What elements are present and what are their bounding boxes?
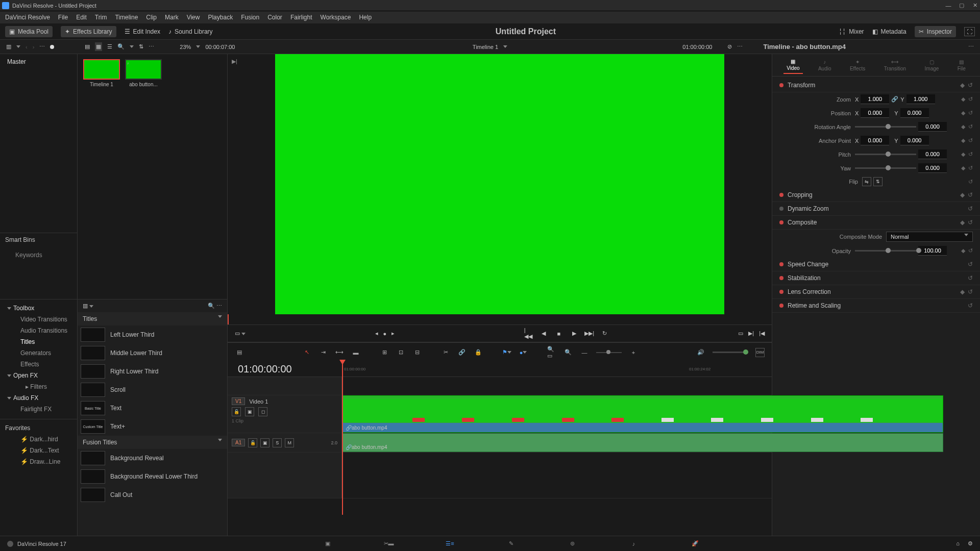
- page-edit[interactable]: ☰≡: [445, 539, 455, 549]
- reset-icon[interactable]: ↺: [968, 205, 973, 212]
- pos-x-input[interactable]: [861, 108, 889, 118]
- menu-mark[interactable]: Mark: [165, 14, 179, 21]
- opacity-slider[interactable]: [855, 250, 916, 252]
- fx-video-transitions[interactable]: Video Transitions: [0, 314, 77, 325]
- reset-icon[interactable]: ↺: [968, 302, 973, 309]
- track-badge-v1[interactable]: V1: [232, 397, 245, 405]
- keyframe-icon[interactable]: ◆: [960, 288, 965, 295]
- loop-button[interactable]: ↻: [601, 330, 609, 338]
- arrow-tool[interactable]: ↖: [302, 348, 311, 357]
- fx-category-titles[interactable]: Titles: [78, 312, 227, 325]
- fx-filters[interactable]: ▸ Filters: [0, 381, 77, 392]
- anchor-x-input[interactable]: [861, 136, 889, 145]
- menu-view[interactable]: View: [187, 14, 200, 21]
- fx-category-fusion-titles[interactable]: Fusion Titles: [78, 436, 227, 449]
- pool-dropdown-icon[interactable]: [16, 45, 20, 48]
- insert-tool[interactable]: ⊞: [380, 348, 389, 357]
- track-lock-icon[interactable]: 🔓: [232, 407, 241, 416]
- dyn-trim-tool[interactable]: ⟷: [335, 348, 344, 357]
- fx-fairlightfx[interactable]: Fairlight FX: [0, 404, 77, 415]
- fx-fav-item[interactable]: ⚡ Dark...Text: [0, 445, 77, 456]
- viewer-opts-icon[interactable]: ⋯: [737, 43, 743, 50]
- inspector-section-retime[interactable]: Retime and Scaling↺: [772, 299, 980, 313]
- fx-effects[interactable]: Effects: [0, 359, 77, 370]
- first-frame-button[interactable]: |◀◀: [524, 330, 532, 338]
- fusion-bg-reveal[interactable]: Background Reveal: [78, 449, 227, 467]
- zoom-x-input[interactable]: [861, 94, 889, 104]
- title-scroll[interactable]: Scroll: [78, 381, 227, 399]
- title-text[interactable]: Basic TitleText: [78, 399, 227, 417]
- yaw-slider[interactable]: [855, 167, 916, 169]
- pitch-slider[interactable]: [855, 154, 916, 155]
- flag-icon[interactable]: ⚑: [502, 348, 511, 357]
- fx-layout-icon[interactable]: ▥: [83, 303, 93, 309]
- fx-fav-item[interactable]: ⚡ Dark...hird: [0, 434, 77, 445]
- keyframe-icon[interactable]: ◆: [960, 219, 965, 226]
- view-list-icon[interactable]: ☰: [107, 43, 112, 50]
- nav-fwd-icon[interactable]: ›: [33, 44, 35, 50]
- fx-fav-item[interactable]: ⚡ Draw...Line: [0, 456, 77, 467]
- viewer-zoom[interactable]: 23%: [180, 44, 191, 50]
- keyframe-icon[interactable]: ◆: [961, 123, 965, 130]
- keyframe-icon[interactable]: ◆: [961, 165, 965, 171]
- menu-trim[interactable]: Trim: [95, 14, 107, 21]
- view-grid-icon[interactable]: ▦: [95, 42, 102, 51]
- marker-icon[interactable]: ●: [519, 348, 528, 357]
- replace-tool[interactable]: ⊟: [412, 348, 422, 357]
- inspector-tab-image[interactable]: ▢Image: [922, 57, 942, 73]
- track-lock-icon[interactable]: 🔓: [248, 438, 257, 447]
- nav-back-icon[interactable]: ‹: [26, 44, 28, 50]
- inspector-tab-video[interactable]: ▦Video: [783, 57, 802, 74]
- timeline-dropdown-icon[interactable]: [503, 45, 507, 48]
- reset-icon[interactable]: ↺: [968, 137, 973, 144]
- pitch-input[interactable]: [918, 149, 947, 159]
- menu-playback[interactable]: Playback: [208, 14, 233, 21]
- title-right-lower-third[interactable]: Right Lower Third: [78, 362, 227, 381]
- flip-v-button[interactable]: ⇅: [873, 177, 883, 186]
- reset-icon[interactable]: ↺: [968, 96, 973, 103]
- rotation-slider[interactable]: [855, 126, 916, 128]
- close-button[interactable]: ✕: [972, 3, 978, 9]
- toggle-inspector[interactable]: ✂Inspector: [915, 26, 956, 37]
- inspector-section-lens[interactable]: Lens Correction◆↺: [772, 285, 980, 299]
- rotation-input[interactable]: [918, 122, 947, 132]
- menu-timeline[interactable]: Timeline: [115, 14, 138, 21]
- dim-button[interactable]: DIM: [755, 348, 765, 357]
- keyframe-icon[interactable]: ◆: [961, 151, 965, 158]
- minimize-button[interactable]: —: [945, 3, 951, 9]
- fx-audio-transitions[interactable]: Audio Transitions: [0, 325, 77, 336]
- single-viewer-icon[interactable]: ▭: [738, 330, 743, 337]
- inspector-section-speed[interactable]: Speed Change↺: [772, 258, 980, 271]
- more-icon[interactable]: ⋯: [149, 43, 154, 50]
- anchor-y-input[interactable]: [900, 136, 929, 145]
- timeline-view-icon[interactable]: ▤: [235, 348, 244, 357]
- menu-file[interactable]: File: [58, 14, 68, 21]
- track-thumb-icon[interactable]: ▣: [260, 438, 270, 447]
- opacity-input[interactable]: [918, 246, 947, 256]
- record-icon[interactable]: [50, 45, 54, 49]
- keyframe-icon[interactable]: ◆: [961, 110, 965, 116]
- menu-help[interactable]: Help: [359, 14, 372, 21]
- track-mute-button[interactable]: M: [285, 438, 294, 447]
- snap-icon[interactable]: 🔍▭: [547, 348, 556, 357]
- track-badge-a1[interactable]: A1: [232, 439, 245, 446]
- reset-icon[interactable]: ↺: [968, 261, 973, 268]
- stop-button[interactable]: ■: [555, 330, 563, 338]
- fx-audiofx[interactable]: Audio FX: [0, 392, 77, 404]
- flip-h-button[interactable]: ⇋: [862, 177, 871, 186]
- page-deliver[interactable]: 🚀: [690, 539, 700, 549]
- menu-davinci[interactable]: DaVinci Resolve: [5, 14, 50, 21]
- volume-slider[interactable]: [713, 352, 748, 353]
- playhead[interactable]: [342, 362, 343, 515]
- title-text-plus[interactable]: Custom TitleText+: [78, 417, 227, 436]
- reset-icon[interactable]: ↺: [968, 247, 973, 254]
- overlay-icon[interactable]: ▭: [235, 330, 246, 337]
- pos-y-input[interactable]: [900, 108, 929, 118]
- fx-search-icon[interactable]: 🔍: [208, 303, 215, 309]
- reset-icon[interactable]: ↺: [968, 123, 973, 130]
- razor-tool[interactable]: ✂: [441, 348, 450, 357]
- volume-icon[interactable]: 🔊: [696, 348, 705, 357]
- view-strip-icon[interactable]: ▤: [85, 43, 90, 50]
- track-solo-button[interactable]: S: [273, 438, 282, 447]
- reset-icon[interactable]: ↺: [968, 179, 973, 185]
